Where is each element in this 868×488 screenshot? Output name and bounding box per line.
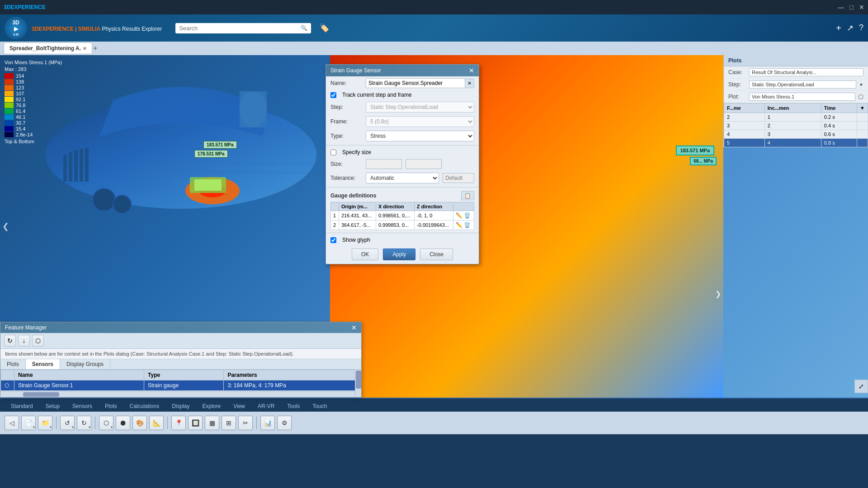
nav-tab-standard[interactable]: Standard <box>5 401 39 412</box>
toolbar-btn-group[interactable]: ⬡ <box>99 416 113 430</box>
title-prefix: 3DEXPERIENCE | <box>32 26 78 32</box>
toolbar-sep-3 <box>167 417 168 429</box>
type-label: Type: <box>330 133 362 139</box>
size-input-2[interactable] <box>406 159 442 169</box>
bookmark-icon[interactable]: 🏷️ <box>319 23 329 33</box>
minimize-button[interactable]: — <box>838 4 844 11</box>
nav-tabs: Standard Setup Sensors Plots Calculation… <box>0 398 868 412</box>
nav-tab-display[interactable]: Display <box>165 401 196 412</box>
table-row[interactable]: 4 3 0.6 s <box>724 130 868 139</box>
gauge-xdir-1: 0.998561, 0,... <box>376 211 414 221</box>
nav-tab-view[interactable]: View <box>227 401 251 412</box>
toolbar-sep-1 <box>56 417 57 429</box>
type-select[interactable]: Stress <box>366 131 474 141</box>
nav-tab-tools[interactable]: Tools <box>281 401 306 412</box>
toolbar-btn-view3d[interactable]: 📐 <box>149 416 164 430</box>
table-row[interactable]: 5 4 0.8 s <box>724 139 868 147</box>
right-arrow[interactable]: ❯ <box>715 290 721 298</box>
name-input[interactable] <box>366 78 465 88</box>
help-icon[interactable]: ? <box>859 23 863 33</box>
toolbar-btn-region[interactable]: ⊞ <box>222 416 236 430</box>
size-row: Size: <box>326 157 479 171</box>
fm-tab-display-groups[interactable]: Display Groups <box>60 359 110 369</box>
table-row[interactable]: 3 2 0.4 s <box>724 122 868 130</box>
nav-tab-setup[interactable]: Setup <box>39 401 66 412</box>
svg-rect-7 <box>63 155 67 182</box>
name-clear-button[interactable]: ✕ <box>465 79 474 88</box>
gauge-def-tool-button[interactable]: 📋 <box>461 191 474 200</box>
maximize-button[interactable]: □ <box>850 4 854 11</box>
toolbar-btn-render[interactable]: 🎨 <box>132 416 147 430</box>
svg-rect-11 <box>85 148 89 182</box>
nav-tab-calculations[interactable]: Calculations <box>123 401 165 412</box>
dialog-close-button[interactable]: ✕ <box>469 67 474 74</box>
fm-hscrollbar[interactable] <box>0 391 361 397</box>
search-icon[interactable]: 🔍 <box>301 25 307 31</box>
gauge-delete-2[interactable]: 🗑️ <box>464 222 471 228</box>
track-checkbox[interactable] <box>330 92 336 98</box>
table-row[interactable]: 2 1 0.2 s <box>724 113 868 122</box>
tab-spreader[interactable]: Spreader_BoltTightening A. ✕ <box>4 42 92 54</box>
nav-tab-sensors[interactable]: Sensors <box>66 401 99 412</box>
toolbar-btn-1[interactable]: ◁ <box>5 416 19 430</box>
time-cell: 0.6 s <box>821 130 857 139</box>
plot-icon[interactable]: ⬡ <box>858 93 863 100</box>
search-input[interactable] <box>179 25 298 32</box>
close-button[interactable]: Close <box>420 249 453 260</box>
nav-tab-arvr[interactable]: AR-VR <box>251 401 281 412</box>
toolbar-btn-2[interactable]: 📄 <box>21 416 36 430</box>
toolbar-btn-mesh[interactable]: ⬢ <box>116 416 130 430</box>
left-chevron[interactable]: ❮ <box>2 221 9 231</box>
apply-button[interactable]: Apply <box>383 249 415 260</box>
size-input-1[interactable] <box>366 159 402 169</box>
fm-tool-export[interactable]: ↓ <box>18 335 30 347</box>
nav-tab-explore[interactable]: Explore <box>196 401 227 412</box>
plot-select[interactable]: Von Mises Stress.1 <box>749 93 855 101</box>
gauge-annotation-2: 178.531 MPa <box>194 150 228 158</box>
specify-size-checkbox[interactable] <box>330 150 336 155</box>
tolerance-select[interactable]: Automatic <box>366 173 439 183</box>
gauge-edit-1[interactable]: ✏️ <box>456 212 462 219</box>
toolbar-btn-redo[interactable]: ↻ <box>77 416 91 430</box>
fm-tool-refresh[interactable]: ↻ <box>4 335 16 347</box>
add-icon[interactable]: + <box>836 23 841 33</box>
toolbar-btn-cut[interactable]: ✂ <box>238 416 253 430</box>
fm-close-button[interactable]: ✕ <box>351 324 357 331</box>
toolbar-btn-undo[interactable]: ↺ <box>60 416 75 430</box>
fm-hscroll-thumb[interactable] <box>23 392 59 397</box>
ok-button[interactable]: OK <box>352 249 378 260</box>
table-row[interactable]: ⬡ Strain Gauge Sensor.1 Strain gauge 3: … <box>1 380 361 391</box>
plots-case-row: Case: Result Of Structural Analysi... <box>724 66 868 79</box>
gauge-table: Origin (m... X direction Z direction 1 2… <box>330 202 474 230</box>
fm-scroll-thumb[interactable] <box>356 371 361 389</box>
gauge-zdir-2: -0.00199643... <box>415 221 453 230</box>
gauge-edit-2[interactable]: ✏️ <box>456 222 462 228</box>
tab-add-button[interactable]: + <box>93 44 97 52</box>
frame-select[interactable]: 5 (0.8s) <box>366 116 474 127</box>
tolerance-default-input <box>443 173 474 183</box>
close-button[interactable]: ✕ <box>859 4 864 11</box>
tab-close-icon[interactable]: ✕ <box>83 46 86 51</box>
col-time: Time <box>821 103 857 113</box>
name-input-group: ✕ <box>366 78 474 88</box>
share-icon[interactable]: ↗ <box>847 23 854 33</box>
toolbar-btn-node[interactable]: 📍 <box>171 416 186 430</box>
step-select[interactable]: Static Step.OperationalLoad <box>366 102 474 113</box>
fm-data-table: Name Type Parameters ⬡ Strain Gauge Sens… <box>0 370 361 391</box>
toolbar-btn-3[interactable]: 📁 <box>38 416 52 430</box>
toolbar-btn-element[interactable]: 🔲 <box>188 416 203 430</box>
gauge-delete-1[interactable]: 🗑️ <box>464 212 471 219</box>
expand-button[interactable]: ⤢ <box>854 380 868 393</box>
show-glyph-checkbox[interactable] <box>330 237 336 243</box>
nav-tab-plots[interactable]: Plots <box>99 401 123 412</box>
fm-tool-config[interactable]: ⬡ <box>32 335 44 347</box>
toolbar-btn-probe[interactable]: 📊 <box>260 416 275 430</box>
fm-tab-sensors[interactable]: Sensors <box>26 359 60 369</box>
nav-tab-touch[interactable]: Touch <box>306 401 333 412</box>
frame-cell: 3 <box>724 122 765 130</box>
fm-tab-plots[interactable]: Plots <box>0 359 26 369</box>
step-select-plots[interactable]: Static Step.OperationalLoad <box>749 80 856 89</box>
toolbar-btn-surface[interactable]: ▦ <box>205 416 219 430</box>
toolbar-btn-sensor[interactable]: ⚙ <box>277 416 292 430</box>
fm-scrollbar[interactable] <box>355 370 361 397</box>
